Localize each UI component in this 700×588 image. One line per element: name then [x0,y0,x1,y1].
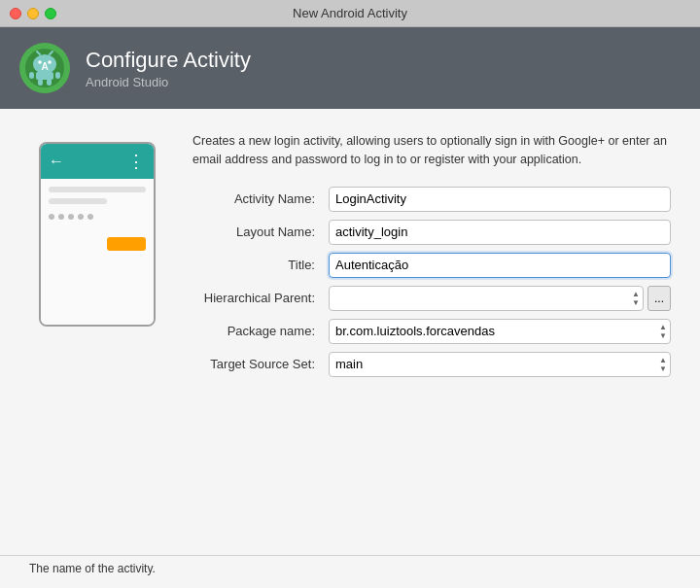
title-label: Title: [192,258,329,272]
phone-body [41,179,154,325]
form: Activity Name: Layout Name: Title: Hiera… [192,187,671,377]
status-bar: The name of the activity. [0,555,700,588]
header-title: Configure Activity [86,48,251,73]
phone-dots [49,214,146,220]
phone-button [107,237,146,251]
layout-name-input[interactable] [329,220,671,245]
svg-rect-9 [55,72,60,79]
right-panel: Creates a new login activity, allowing u… [192,132,671,536]
close-button[interactable] [10,8,21,19]
title-input[interactable] [329,253,671,278]
header-subtitle: Android Studio [86,75,251,89]
android-studio-logo: A [19,43,70,93]
maximize-button[interactable] [45,8,56,19]
target-source-set-label: Target Source Set: [192,357,329,371]
target-source-select-container: main ▲ ▼ [329,352,671,377]
hierarchical-parent-wrapper: ▲ ▼ ... [329,286,671,311]
left-panel: ← ⋮ [29,132,165,536]
hierarchical-parent-label: Hierarchical Parent: [192,291,329,305]
phone-menu-icon: ⋮ [127,151,146,172]
svg-rect-11 [47,79,52,86]
phone-dot-3 [68,214,74,220]
hierarchical-parent-select-container: ▲ ▼ [329,286,644,311]
phone-line-1 [49,187,146,192]
activity-name-label: Activity Name: [192,191,329,206]
target-source-set-select[interactable]: main [329,352,671,377]
activity-name-input[interactable] [329,187,671,212]
svg-rect-10 [38,79,43,86]
hierarchical-parent-select[interactable] [329,286,644,311]
package-name-select[interactable]: br.com.luiztools.forcavendas [329,319,671,344]
package-name-label: Package name: [192,324,329,338]
phone-mockup: ← ⋮ [39,142,156,327]
content-area: ← ⋮ Creates a new l [0,109,700,588]
window-title: New Android Activity [293,6,407,20]
description-text: Creates a new login activity, allowing u… [192,132,671,169]
layout-name-label: Layout Name: [192,225,329,239]
phone-dot-1 [49,214,54,220]
phone-back-icon: ← [49,153,64,170]
phone-line-2 [49,198,107,204]
svg-rect-8 [29,72,34,79]
svg-rect-7 [36,72,53,80]
svg-text:A: A [41,61,48,72]
phone-topbar: ← ⋮ [41,144,154,179]
package-name-select-container: br.com.luiztools.forcavendas ▲ ▼ [329,319,671,344]
status-message: The name of the activity. [29,562,156,575]
phone-dot-4 [78,214,84,220]
browse-button[interactable]: ... [648,286,671,311]
title-bar: New Android Activity [0,0,700,27]
header: A Configure Activity Android Studio [0,27,700,109]
svg-point-4 [48,60,52,64]
minimize-button[interactable] [27,8,39,19]
phone-dot-2 [58,214,64,220]
phone-dot-5 [88,214,93,220]
